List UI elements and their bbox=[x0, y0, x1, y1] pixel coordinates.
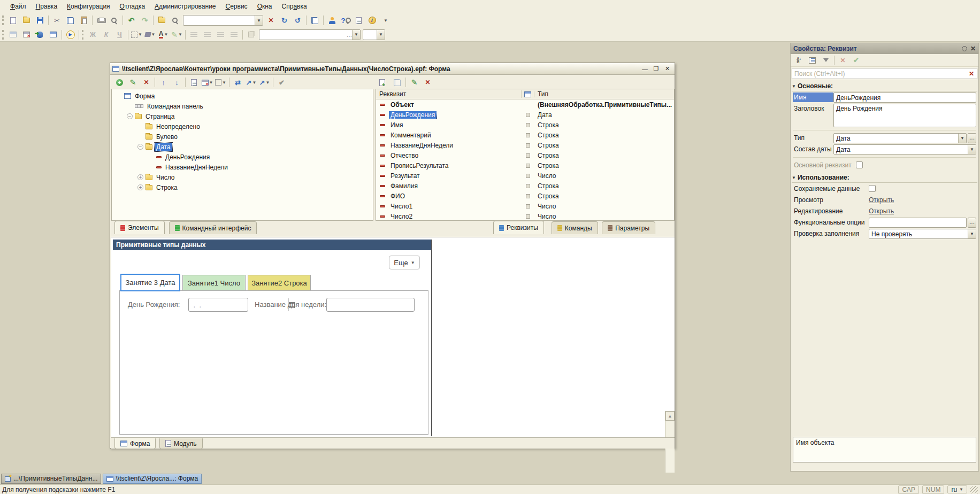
toolbar-combobox[interactable]: ▼ bbox=[363, 29, 385, 40]
cancel-x-button[interactable]: ✕ bbox=[836, 55, 849, 66]
close-button[interactable]: ✕ bbox=[662, 64, 672, 73]
toolbar-grip[interactable] bbox=[2, 16, 5, 25]
diag-combo-button[interactable]: ↗▼ bbox=[258, 76, 271, 88]
toolbar-grip[interactable] bbox=[82, 30, 85, 40]
tab-элементы[interactable]: Элементы bbox=[114, 221, 165, 234]
properties-titlebar[interactable]: Свойства: Реквизит ✕ bbox=[791, 43, 978, 54]
menu-администрирование[interactable]: Администрирование bbox=[150, 1, 220, 12]
align-right-button[interactable] bbox=[214, 29, 227, 41]
properties-search[interactable]: ✕ bbox=[792, 68, 977, 79]
attribute-use-checkbox[interactable] bbox=[522, 194, 534, 198]
tree-item-дата[interactable]: −Дата bbox=[112, 142, 373, 152]
checkbox[interactable] bbox=[856, 161, 863, 168]
table-row[interactable]: ИмяСтрока bbox=[376, 120, 674, 130]
preview-button[interactable] bbox=[108, 14, 121, 26]
table-row[interactable]: ДеньРожденияДата bbox=[376, 110, 674, 120]
db-update-button[interactable] bbox=[33, 29, 47, 41]
find-prev-button[interactable]: ↺ bbox=[291, 14, 304, 26]
table-row[interactable]: ПрописьРезультатаСтрока bbox=[376, 160, 674, 171]
find-button[interactable] bbox=[155, 14, 169, 26]
edit-button[interactable]: ✎ bbox=[408, 76, 421, 88]
preview-tab-3[interactable]: Занятие2 Строка bbox=[248, 275, 311, 291]
delete-button[interactable]: ✕ bbox=[421, 76, 434, 88]
fill-button[interactable]: ▼ bbox=[143, 29, 157, 41]
column-header-rekvizit[interactable]: Реквизит bbox=[376, 90, 522, 98]
open-button[interactable] bbox=[20, 14, 33, 26]
tree-item-командная панель[interactable]: Командная панель bbox=[112, 101, 373, 111]
menu-справка[interactable]: Справка bbox=[277, 1, 312, 12]
ellipsis-button[interactable]: ... bbox=[968, 218, 976, 228]
check-elem-button[interactable] bbox=[187, 76, 201, 88]
add-col-button[interactable] bbox=[391, 76, 404, 88]
property-textarea[interactable]: День Рождения bbox=[833, 104, 976, 127]
table-row[interactable]: Объект(ВнешняяОбработка.ПримитивныеТипы.… bbox=[376, 99, 674, 110]
chevron-down-icon[interactable]: ▼ bbox=[352, 30, 360, 40]
property-combobox[interactable]: Дата▼ bbox=[833, 133, 967, 143]
property-combobox[interactable]: Дата▼ bbox=[833, 144, 976, 155]
ellipsis-button[interactable]: ... bbox=[968, 133, 976, 143]
table-row[interactable]: НазваниеДняНеделиСтрока bbox=[376, 140, 674, 150]
open-link[interactable]: Открыть bbox=[869, 206, 894, 215]
layout-combo-button[interactable]: ▼ bbox=[214, 76, 227, 88]
preview-tab-2[interactable]: Занятие1 Число bbox=[182, 275, 246, 291]
menu-правка[interactable]: Правка bbox=[31, 1, 63, 12]
minimize-button[interactable]: — bbox=[640, 64, 650, 73]
add-button[interactable]: + bbox=[113, 76, 126, 88]
attribute-use-checkbox[interactable] bbox=[522, 164, 534, 168]
expand-icon[interactable]: + bbox=[137, 184, 143, 190]
cube-button[interactable] bbox=[244, 29, 258, 41]
tree-item-строка[interactable]: +Строка bbox=[112, 182, 373, 192]
collapse-icon[interactable]: − bbox=[137, 144, 143, 150]
tree-item-булево[interactable]: Булево bbox=[112, 132, 373, 142]
resize-combo-button[interactable]: ↗▼ bbox=[244, 76, 258, 88]
resize-grip[interactable] bbox=[970, 486, 978, 493]
clear-search-icon[interactable]: ✕ bbox=[966, 70, 977, 78]
funnel-button[interactable] bbox=[819, 55, 832, 66]
screen-combo-button[interactable]: ▼ bbox=[201, 76, 214, 88]
attribute-use-checkbox[interactable] bbox=[522, 153, 534, 158]
window-titlebar[interactable]: \\tsclient\Z\Ярослав\Контент\уроки прогр… bbox=[110, 63, 675, 75]
undo-button[interactable]: ↶ bbox=[125, 14, 138, 26]
table-row[interactable]: КомментарийСтрока bbox=[376, 130, 674, 140]
property-input[interactable]: ДеньРождения bbox=[833, 92, 976, 103]
table-row[interactable]: ОтчествоСтрока bbox=[376, 150, 674, 160]
swap-button[interactable]: ⇄ bbox=[231, 76, 244, 88]
checkbox[interactable] bbox=[869, 185, 876, 192]
menu-конфигурация[interactable]: Конфигурация bbox=[62, 1, 115, 12]
cut-button[interactable]: ✂ bbox=[50, 14, 64, 26]
attribute-use-checkbox[interactable] bbox=[522, 184, 534, 188]
taskbar-item-2[interactable]: \\tsclient\Z\Яросла...: Форма bbox=[103, 474, 202, 484]
menu-окна[interactable]: Окна bbox=[252, 1, 277, 12]
redo-button[interactable]: ↷ bbox=[138, 14, 151, 26]
menu-сервис[interactable]: Сервис bbox=[221, 1, 252, 12]
save-button[interactable] bbox=[33, 14, 47, 26]
copy-button[interactable] bbox=[64, 14, 77, 26]
line-color-button[interactable]: ✎▼ bbox=[170, 29, 183, 41]
collapse-icon[interactable]: − bbox=[127, 113, 133, 119]
attribute-use-checkbox[interactable] bbox=[522, 143, 534, 148]
chevron-down-icon[interactable]: ▼ bbox=[377, 30, 385, 40]
birthday-date-field[interactable] bbox=[188, 298, 248, 312]
expand-icon[interactable]: + bbox=[137, 174, 143, 180]
tab-модуль[interactable]: Модуль bbox=[159, 438, 203, 449]
client-form-button[interactable] bbox=[47, 29, 60, 41]
table-row[interactable]: ФамилияСтрока bbox=[376, 181, 674, 191]
tree-item-неопределено[interactable]: Неопределено bbox=[112, 121, 373, 132]
table-row[interactable]: ФИОСтрока bbox=[376, 191, 674, 201]
borders-button[interactable]: ▼ bbox=[130, 29, 143, 41]
pages-button[interactable] bbox=[308, 14, 321, 26]
person-button[interactable] bbox=[325, 14, 339, 26]
chevron-down-icon[interactable]: ▼ bbox=[255, 16, 263, 25]
close-icon[interactable]: ✕ bbox=[970, 45, 976, 52]
check-button[interactable]: ✔ bbox=[275, 76, 288, 88]
language-indicator[interactable]: ru▼ bbox=[947, 485, 967, 493]
property-combobox[interactable]: Не проверять▼ bbox=[869, 229, 976, 239]
column-header-tip[interactable]: Тип bbox=[534, 90, 674, 98]
new-button[interactable] bbox=[6, 14, 20, 26]
search-combobox[interactable]: ▼ bbox=[183, 15, 263, 26]
zoom-button[interactable] bbox=[169, 14, 182, 26]
paste-button[interactable] bbox=[77, 14, 90, 26]
tree-item-страница[interactable]: −Страница bbox=[112, 111, 373, 121]
edit-button[interactable]: ✎ bbox=[126, 76, 140, 88]
play-button[interactable]: ▶ bbox=[64, 29, 77, 41]
